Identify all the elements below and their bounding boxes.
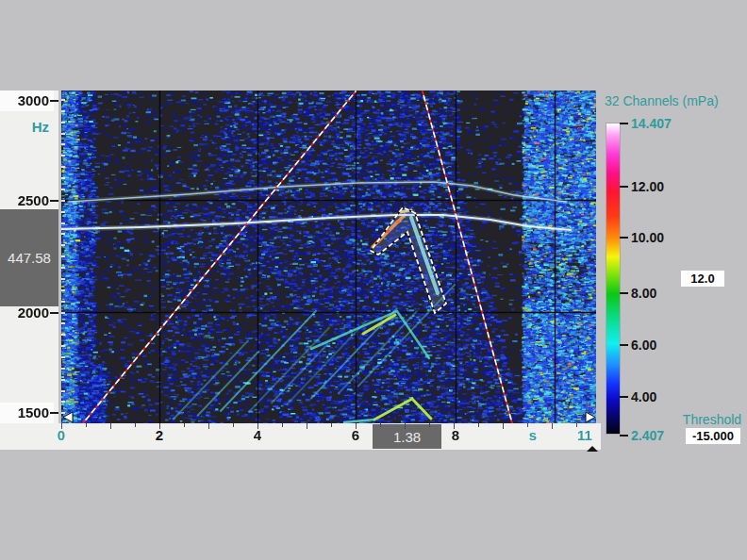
time-axis-tick [454, 423, 455, 429]
time-axis-tick [86, 423, 87, 427]
time-axis-tick [184, 423, 185, 427]
time-axis-tick [257, 423, 258, 429]
colorbar-tick [620, 396, 628, 398]
time-axis-tick [356, 423, 357, 429]
colorbar-tick-label: 4.00 [631, 389, 656, 404]
frequency-unit-label: Hz [0, 119, 49, 135]
colorbar-tick [620, 344, 628, 346]
frequency-tick [50, 312, 58, 314]
frequency-tick [50, 100, 58, 102]
colorbar-tick-label: 14.407 [631, 116, 672, 131]
time-axis-tick [503, 423, 504, 429]
frequency-tick [50, 412, 58, 414]
time-axis-tick [110, 423, 111, 429]
time-axis-tick [478, 423, 479, 427]
colorbar [606, 123, 621, 435]
time-tick-label: 4 [243, 427, 272, 443]
time-axis-tick [307, 423, 307, 429]
time-axis-tick [552, 423, 553, 429]
colorbar-tick-label: 10.00 [631, 230, 664, 245]
time-axis-tick [233, 423, 234, 427]
colorbar-tick [620, 292, 628, 294]
frequency-tick [50, 200, 58, 202]
time-tick-label: 11 [571, 427, 599, 443]
time-tick-label: 8 [441, 427, 470, 443]
colorbar-tick [620, 237, 628, 239]
colorbar-title: 32 Channels (mPa) [605, 93, 719, 108]
time-axis-tick [331, 423, 332, 427]
time-axis-tick [429, 423, 430, 427]
scroll-up-icon[interactable] [586, 445, 599, 453]
time-axis-tick [405, 423, 406, 429]
threshold-value-box[interactable]: -15.000 [686, 428, 740, 444]
frequency-value-box: 447.58 [0, 209, 58, 306]
frequency-tick-label: 2500 [0, 192, 49, 208]
frequency-tick-label: 2000 [0, 305, 49, 321]
colorbar-tick-label: 12.00 [631, 179, 664, 194]
colorbar-tick [620, 435, 628, 436]
time-axis-panel [0, 423, 601, 450]
gain-value-box[interactable]: 12.0 [681, 271, 724, 287]
time-axis-tick [159, 423, 160, 429]
time-axis-tick [380, 423, 381, 427]
spectrogram-window: Hz 447.58 1.38 32 Channels (mPa) 12.0 Th… [0, 0, 747, 560]
spectrogram-canvas[interactable] [61, 91, 596, 423]
time-axis-tick [576, 423, 577, 427]
colorbar-tick-label: 8.00 [631, 286, 656, 301]
time-value-box: 1.38 [373, 424, 441, 449]
scroll-left-icon[interactable] [62, 411, 74, 423]
time-axis-tick [61, 423, 62, 429]
time-axis-tick [208, 423, 209, 429]
time-axis-tick [135, 423, 136, 427]
frequency-tick-label: 3000 [0, 92, 49, 108]
colorbar-tick [620, 186, 628, 188]
colorbar-tick [620, 123, 628, 124]
time-tick-label: s [519, 427, 547, 443]
colorbar-tick-label: 2.407 [631, 428, 664, 443]
threshold-label: Threshold [681, 412, 743, 427]
time-tick-label: 6 [341, 427, 370, 443]
time-tick-label: 2 [145, 427, 174, 443]
frequency-tick-label: 1500 [0, 404, 49, 420]
scroll-right-icon[interactable] [585, 411, 596, 423]
time-axis-tick [282, 423, 283, 427]
time-tick-label: 0 [47, 427, 75, 443]
time-axis-tick [527, 423, 528, 427]
colorbar-tick-label: 6.00 [631, 338, 656, 353]
